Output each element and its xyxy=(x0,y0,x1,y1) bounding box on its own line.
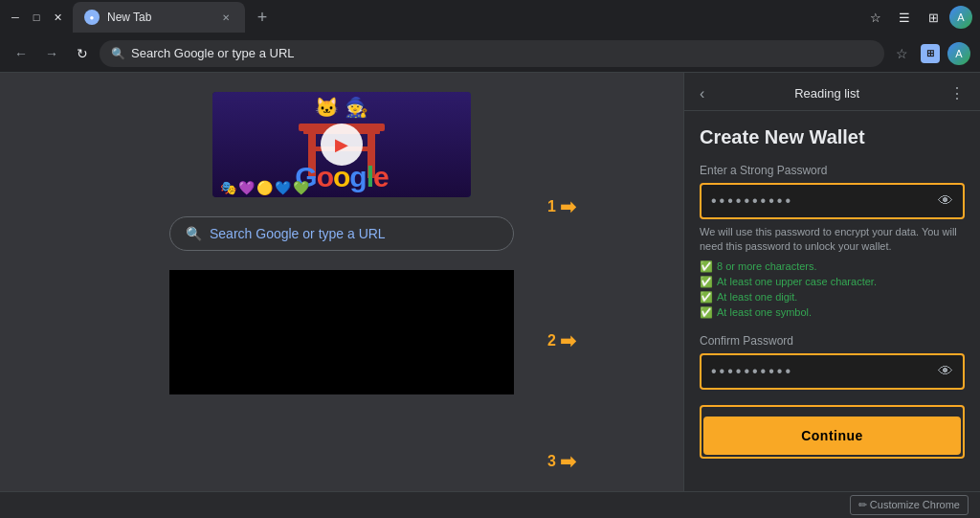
star-icon[interactable]: ☆ xyxy=(863,5,888,30)
extensions-toolbar-icon[interactable]: ⊞ xyxy=(917,40,944,67)
address-bar[interactable]: 🔍 Search Google or type a URL xyxy=(100,40,884,67)
req-chars: ✅ 8 or more characters. xyxy=(700,260,965,273)
new-tab-button[interactable]: + xyxy=(249,4,276,31)
google-area: 🐱🧙 G o o g l e xyxy=(0,73,683,394)
profile-toolbar-icon[interactable]: A xyxy=(946,40,972,67)
arrow-1-icon: ➡ xyxy=(560,195,576,218)
search-placeholder: Search Google or type a URL xyxy=(210,226,386,241)
title-bar: ─ □ ✕ ● New Tab ✕ + ☆ ☰ ⊞ A xyxy=(0,0,980,34)
password-input[interactable] xyxy=(711,192,938,210)
password-hint: We will use this password to encrypt you… xyxy=(700,225,965,255)
continue-button[interactable]: Continue xyxy=(703,417,961,455)
reload-button[interactable]: ↻ xyxy=(69,40,96,67)
step-2-arrow: 2 ➡ xyxy=(547,329,576,352)
sidebar-panel: ‹ Reading list ⋮ Create New Wallet Enter… xyxy=(683,73,980,518)
google-doodle: 🐱🧙 G o o g l e xyxy=(212,92,471,197)
play-button[interactable]: ▶ xyxy=(321,124,363,166)
maximize-button[interactable]: □ xyxy=(29,10,44,25)
search-bar-icon: 🔍 xyxy=(186,226,202,241)
password-field-wrapper: 👁 xyxy=(700,183,965,219)
tab-bar: ● New Tab ✕ + xyxy=(73,0,859,34)
arrow-3-icon: ➡ xyxy=(560,450,576,473)
back-button[interactable]: ← xyxy=(8,40,34,67)
profile-toolbar-avatar: A xyxy=(947,42,970,65)
wallet-panel: Create New Wallet Enter a Strong Passwor… xyxy=(684,111,980,518)
req-digit: ✅ At least one digit. xyxy=(700,291,965,304)
browser-content: 🐱🧙 G o o g l e xyxy=(0,73,683,518)
eye-icon-confirm[interactable]: 👁 xyxy=(938,363,953,380)
req-symbol: ✅ At least one symbol. xyxy=(700,306,965,319)
main-area: 🐱🧙 G o o g l e xyxy=(0,73,980,518)
sidebar-menu-button[interactable]: ⋮ xyxy=(949,84,965,102)
confirm-form-group: Confirm Password 👁 xyxy=(700,334,965,390)
active-tab[interactable]: ● New Tab ✕ xyxy=(73,2,245,33)
customize-chrome-button[interactable]: ✏ Customize Chrome xyxy=(850,495,969,515)
search-icon: 🔍 xyxy=(111,47,125,60)
step-3-arrow: 3 ➡ xyxy=(547,450,576,473)
extensions-icon[interactable]: ⊞ xyxy=(921,5,946,30)
black-content-area xyxy=(169,270,514,394)
title-bar-right: ☆ ☰ ⊞ A xyxy=(863,5,972,30)
bookmark-icon[interactable]: ☆ xyxy=(888,40,915,67)
reading-list-label: Reading list xyxy=(794,86,859,101)
tab-title: New Tab xyxy=(107,11,211,24)
reading-list-icon[interactable]: ☰ xyxy=(892,5,917,30)
req-uppercase: ✅ At least one upper case character. xyxy=(700,276,965,288)
minimize-button[interactable]: ─ xyxy=(8,10,23,25)
extension-badge: ⊞ xyxy=(921,44,940,63)
confirm-label: Confirm Password xyxy=(700,334,965,348)
forward-button[interactable]: → xyxy=(38,40,65,67)
address-text: Search Google or type a URL xyxy=(131,46,873,60)
arrow-2-icon: ➡ xyxy=(560,329,576,352)
toolbar-right: ☆ ⊞ A xyxy=(888,40,972,67)
sidebar-back-button[interactable]: ‹ xyxy=(700,85,704,102)
sidebar-header: ‹ Reading list ⋮ xyxy=(684,73,980,111)
search-bar[interactable]: 🔍 Search Google or type a URL xyxy=(169,216,514,251)
wallet-title: Create New Wallet xyxy=(700,126,965,148)
password-form-group: Enter a Strong Password 👁 We will use th… xyxy=(700,164,965,319)
confirm-password-input[interactable] xyxy=(711,363,938,380)
eye-icon-password[interactable]: 👁 xyxy=(938,192,953,210)
confirm-field-wrapper: 👁 xyxy=(700,353,965,390)
toolbar: ← → ↻ 🔍 Search Google or type a URL ☆ ⊞ … xyxy=(0,34,980,73)
bottom-bar: ✏ Customize Chrome xyxy=(0,491,980,518)
tab-close-button[interactable]: ✕ xyxy=(218,10,234,25)
close-button[interactable]: ✕ xyxy=(50,10,65,25)
password-label: Enter a Strong Password xyxy=(700,164,965,177)
tab-favicon: ● xyxy=(84,10,100,25)
profile-avatar[interactable]: A xyxy=(949,6,972,29)
step-1-arrow: 1 ➡ xyxy=(547,195,576,218)
